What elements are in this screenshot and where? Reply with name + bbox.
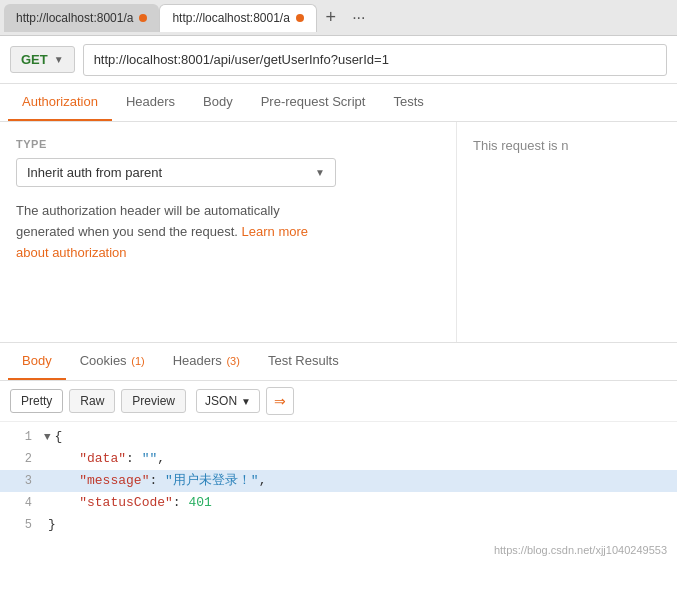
auth-panel: TYPE Inherit auth from parent ▼ The auth… (0, 122, 457, 342)
type-value: Inherit auth from parent (27, 165, 162, 180)
auth-desc-line1: The authorization header will be automat… (16, 203, 280, 218)
resp-tab-test-results[interactable]: Test Results (254, 343, 353, 380)
resp-tab-headers[interactable]: Headers (3) (159, 343, 254, 380)
code-area: 1 ▼ { 2 "data": "", 3 "message": "用户未登录！… (0, 422, 677, 540)
request-bar: GET ▼ (0, 36, 677, 84)
tab-pre-request[interactable]: Pre-request Script (247, 84, 380, 121)
tab-1[interactable]: http://localhost:8001/a (4, 4, 159, 32)
url-input[interactable] (83, 44, 667, 76)
tab-2-dot (296, 14, 304, 22)
tab-2[interactable]: http://localhost:8001/a (159, 4, 316, 32)
format-value: JSON (205, 394, 237, 408)
code-line-4: 4 "statusCode": 401 (0, 492, 677, 514)
cookies-badge: (1) (131, 355, 144, 367)
type-select[interactable]: Inherit auth from parent ▼ (16, 158, 336, 187)
request-tabs-nav: Authorization Headers Body Pre-request S… (0, 84, 677, 122)
code-line-5: 5 } (0, 514, 677, 536)
code-line-3: 3 "message": "用户未登录！", (0, 470, 677, 492)
more-tabs-button[interactable]: ··· (345, 4, 373, 32)
response-section: Body Cookies (1) Headers (3) Test Result… (0, 342, 677, 560)
browser-tabs: http://localhost:8001/a http://localhost… (0, 0, 677, 36)
auth-desc-line2: generated when you send the request. (16, 224, 238, 239)
main-content: TYPE Inherit auth from parent ▼ The auth… (0, 122, 677, 342)
tab-headers[interactable]: Headers (112, 84, 189, 121)
view-preview-button[interactable]: Preview (121, 389, 186, 413)
about-auth-link[interactable]: about authorization (16, 245, 127, 260)
code-line-1: 1 ▼ { (0, 426, 677, 448)
right-panel-text: This request is n (473, 138, 568, 153)
type-caret: ▼ (315, 167, 325, 178)
type-label: TYPE (16, 138, 440, 150)
view-pretty-button[interactable]: Pretty (10, 389, 63, 413)
headers-badge: (3) (226, 355, 239, 367)
format-select[interactable]: JSON ▼ (196, 389, 260, 413)
learn-more-link[interactable]: Learn more (242, 224, 308, 239)
tab-2-url: http://localhost:8001/a (172, 11, 289, 25)
watermark: https://blog.csdn.net/xjj1040249553 (0, 540, 677, 560)
tab-tests[interactable]: Tests (379, 84, 437, 121)
right-panel: This request is n (457, 122, 677, 342)
tab-1-dot (139, 14, 147, 22)
tab-1-url: http://localhost:8001/a (16, 11, 133, 25)
format-caret: ▼ (241, 396, 251, 407)
resp-tab-cookies[interactable]: Cookies (1) (66, 343, 159, 380)
code-line-2: 2 "data": "", (0, 448, 677, 470)
wrap-icon[interactable]: ⇒ (266, 387, 294, 415)
tab-body[interactable]: Body (189, 84, 247, 121)
response-tabs: Body Cookies (1) Headers (3) Test Result… (0, 343, 677, 381)
tab-authorization[interactable]: Authorization (8, 84, 112, 121)
response-toolbar: Pretty Raw Preview JSON ▼ ⇒ (0, 381, 677, 422)
resp-tab-body[interactable]: Body (8, 343, 66, 380)
method-label: GET (21, 52, 48, 67)
auth-description: The authorization header will be automat… (16, 201, 440, 263)
method-button[interactable]: GET ▼ (10, 46, 75, 73)
method-caret: ▼ (54, 54, 64, 65)
view-raw-button[interactable]: Raw (69, 389, 115, 413)
new-tab-button[interactable]: + (317, 4, 345, 32)
